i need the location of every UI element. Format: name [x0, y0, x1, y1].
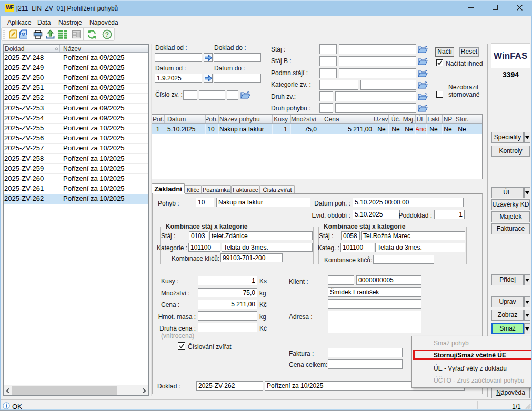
svg-text:?: ? — [105, 31, 109, 38]
